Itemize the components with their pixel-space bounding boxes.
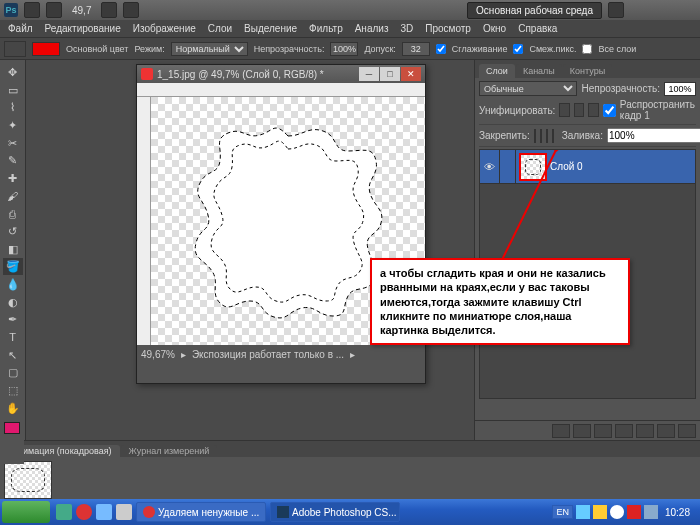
menu-help[interactable]: Справка <box>512 21 563 36</box>
lasso-tool[interactable]: ⌇ <box>3 99 23 116</box>
doc-close[interactable]: ✕ <box>401 67 421 81</box>
expand-icon[interactable] <box>608 2 624 18</box>
menu-image[interactable]: Изображение <box>127 21 202 36</box>
unify-vis-icon[interactable] <box>574 103 584 117</box>
eyedropper-tool[interactable]: ✎ <box>3 152 23 169</box>
path-tool[interactable]: ↖ <box>3 347 23 364</box>
tab-measurement[interactable]: Журнал измерений <box>121 445 218 457</box>
tab-channels[interactable]: Каналы <box>516 64 562 78</box>
ql-app-icon[interactable] <box>96 504 112 520</box>
opacity-label: Непрозрачность: <box>254 44 325 54</box>
bucket-icon[interactable] <box>4 41 26 57</box>
tray-icon[interactable] <box>610 505 624 519</box>
propagate-checkbox[interactable] <box>603 104 616 117</box>
lock-pos-icon[interactable] <box>546 129 548 143</box>
crop-tool[interactable]: ✂ <box>3 135 23 152</box>
minimize-icon[interactable] <box>632 3 648 17</box>
brush-tool[interactable]: 🖌 <box>3 188 23 205</box>
tray-antivirus-icon[interactable] <box>627 505 641 519</box>
ql-app2-icon[interactable] <box>116 504 132 520</box>
all-layers-checkbox[interactable] <box>582 44 592 54</box>
task-opera[interactable]: Удаляем ненужные ... <box>136 502 266 522</box>
mode-select[interactable]: Нормальный <box>171 42 248 56</box>
layout-icon[interactable] <box>46 2 62 18</box>
wand-tool[interactable]: ✦ <box>3 117 23 134</box>
foreground-swatch[interactable] <box>32 42 60 56</box>
antialias-checkbox[interactable] <box>436 44 446 54</box>
history-brush-tool[interactable]: ↺ <box>3 223 23 240</box>
link-cell[interactable] <box>500 150 516 183</box>
menu-select[interactable]: Выделение <box>238 21 303 36</box>
group-icon[interactable] <box>636 424 654 438</box>
bridge-icon[interactable] <box>24 2 40 18</box>
workspace-selector[interactable]: Основная рабочая среда <box>467 2 602 19</box>
trash-icon[interactable] <box>678 424 696 438</box>
close-icon[interactable] <box>680 3 696 17</box>
pen-tool[interactable]: ✒ <box>3 311 23 328</box>
ruler-vertical[interactable] <box>137 97 151 345</box>
opacity-input[interactable] <box>330 42 358 56</box>
tab-layers[interactable]: Слои <box>479 64 515 78</box>
menu-filter[interactable]: Фильтр <box>303 21 349 36</box>
eraser-tool[interactable]: ◧ <box>3 241 23 258</box>
hand-icon[interactable] <box>101 2 117 18</box>
start-button[interactable] <box>2 501 50 523</box>
ruler-horizontal[interactable] <box>137 83 425 97</box>
hand-tool[interactable]: ✋ <box>3 400 23 417</box>
anim-frame-1[interactable] <box>4 461 52 499</box>
swatch-magenta[interactable] <box>4 422 20 434</box>
layer-opacity-label: Непрозрачность: <box>581 83 660 94</box>
heal-tool[interactable]: ✚ <box>3 170 23 187</box>
ql-opera-icon[interactable] <box>76 504 92 520</box>
tray-icon[interactable] <box>576 505 590 519</box>
tab-paths[interactable]: Контуры <box>563 64 612 78</box>
blur-tool[interactable]: 💧 <box>3 276 23 293</box>
menu-window[interactable]: Окно <box>477 21 512 36</box>
menu-edit[interactable]: Редактирование <box>39 21 127 36</box>
language-indicator[interactable]: EN <box>552 505 573 519</box>
zoom-icon[interactable] <box>123 2 139 18</box>
fx-icon[interactable] <box>573 424 591 438</box>
antialias-label: Сглаживание <box>452 44 508 54</box>
dodge-tool[interactable]: ◐ <box>3 294 23 311</box>
lock-trans-icon[interactable] <box>534 129 536 143</box>
lock-all-icon[interactable] <box>552 129 554 143</box>
unify-pos-icon[interactable] <box>559 103 569 117</box>
tolerance-input[interactable] <box>402 42 430 56</box>
fill-input[interactable] <box>607 128 700 143</box>
marquee-tool[interactable]: ▭ <box>3 82 23 99</box>
maximize-icon[interactable] <box>656 3 672 17</box>
lock-paint-icon[interactable] <box>540 129 542 143</box>
layer-opacity-input[interactable] <box>664 82 696 96</box>
doc-minimize[interactable]: ─ <box>359 67 379 81</box>
menu-3d[interactable]: 3D <box>394 21 419 36</box>
link-layers-icon[interactable] <box>552 424 570 438</box>
menu-layer[interactable]: Слои <box>202 21 238 36</box>
tray-icon[interactable] <box>644 505 658 519</box>
contiguous-checkbox[interactable] <box>513 44 523 54</box>
type-tool[interactable]: T <box>3 329 23 346</box>
doc-maximize[interactable]: □ <box>380 67 400 81</box>
layer-thumbnail[interactable] <box>519 153 547 181</box>
blend-mode-select[interactable]: Обычные <box>479 81 577 96</box>
task-photoshop[interactable]: Adobe Photoshop CS... <box>270 502 400 522</box>
tray-icon[interactable] <box>593 505 607 519</box>
mask-icon[interactable] <box>594 424 612 438</box>
shape-tool[interactable]: ▢ <box>3 364 23 381</box>
new-layer-icon[interactable] <box>657 424 675 438</box>
menu-bar: Файл Редактирование Изображение Слои Выд… <box>0 20 700 38</box>
bucket-tool[interactable]: 🪣 <box>3 258 23 275</box>
clock[interactable]: 10:28 <box>661 507 694 518</box>
layer-name[interactable]: Слой 0 <box>550 161 583 172</box>
move-tool[interactable]: ✥ <box>3 64 23 81</box>
menu-analysis[interactable]: Анализ <box>349 21 395 36</box>
adjust-icon[interactable] <box>615 424 633 438</box>
ql-desktop-icon[interactable] <box>56 504 72 520</box>
layer-row[interactable]: 👁 Слой 0 <box>480 150 695 184</box>
3d-tool[interactable]: ⬚ <box>3 382 23 399</box>
menu-file[interactable]: Файл <box>2 21 39 36</box>
unify-style-icon[interactable] <box>588 103 598 117</box>
menu-view[interactable]: Просмотр <box>419 21 477 36</box>
visibility-icon[interactable]: 👁 <box>480 150 500 183</box>
stamp-tool[interactable]: ⎙ <box>3 205 23 222</box>
